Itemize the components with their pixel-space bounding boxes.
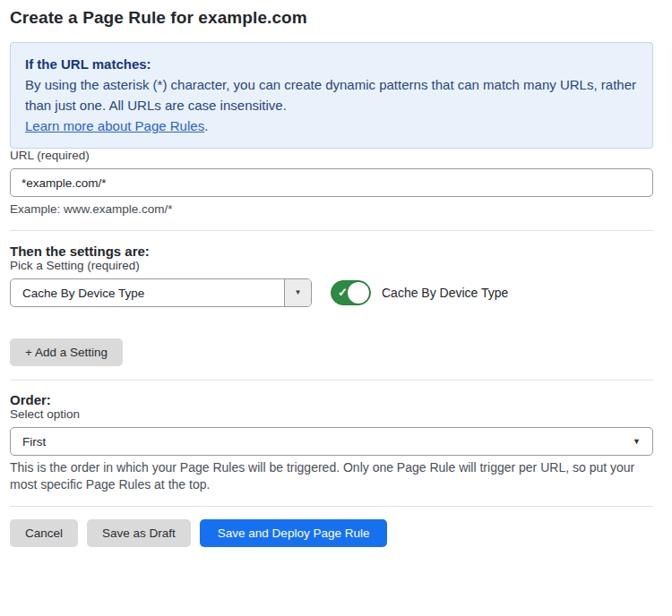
page-title: Create a Page Rule for example.com <box>10 8 653 28</box>
create-page-rule-form: Create a Page Rule for example.com If th… <box>0 0 672 565</box>
order-select[interactable]: First ▼ <box>10 427 653 456</box>
footer-actions: Cancel Save as Draft Save and Deploy Pag… <box>10 519 653 547</box>
url-match-info-box: If the URL matches: By using the asteris… <box>10 42 653 149</box>
chevron-down-icon: ▼ <box>295 289 302 296</box>
learn-more-page-rules-link[interactable]: Learn more about Page Rules <box>25 118 204 133</box>
setting-select-value: Cache By Device Type <box>11 287 284 300</box>
pick-setting-label: Pick a Setting (required) <box>10 259 653 272</box>
check-icon: ✓ <box>338 287 348 298</box>
save-and-deploy-button[interactable]: Save and Deploy Page Rule <box>200 519 388 547</box>
info-box-body: By using the asterisk (*) character, you… <box>25 74 638 116</box>
add-setting-button[interactable]: + Add a Setting <box>10 338 123 366</box>
info-box-heading: If the URL matches: <box>25 54 638 74</box>
url-label: URL (required) <box>10 149 653 162</box>
order-helper-text: This is the order in which your Page Rul… <box>10 459 653 493</box>
order-section-heading: Order: <box>10 392 653 407</box>
toggle-label: Cache By Device Type <box>382 286 508 300</box>
cache-by-device-type-toggle[interactable]: ✓ <box>331 280 371 305</box>
order-select-value: First <box>11 435 633 449</box>
url-example-helper: Example: www.example.com/* <box>10 202 653 216</box>
setting-row: Cache By Device Type ▼ ✓ Cache By Device… <box>10 278 653 307</box>
link-period: . <box>204 118 208 133</box>
select-option-label: Select option <box>10 407 653 421</box>
chevron-down-icon: ▼ <box>633 438 641 446</box>
footer-divider <box>10 506 653 507</box>
toggle-knob <box>348 282 369 304</box>
settings-section-heading: Then the settings are: <box>10 244 653 259</box>
setting-select-arrow-button[interactable]: ▼ <box>284 279 311 306</box>
save-as-draft-button[interactable]: Save as Draft <box>87 519 191 547</box>
setting-select[interactable]: Cache By Device Type ▼ <box>10 278 312 307</box>
section-divider <box>10 230 653 231</box>
cancel-button[interactable]: Cancel <box>10 519 78 547</box>
info-box-link-line: Learn more about Page Rules. <box>25 116 638 136</box>
url-input[interactable] <box>10 168 653 197</box>
section-divider <box>10 380 653 381</box>
